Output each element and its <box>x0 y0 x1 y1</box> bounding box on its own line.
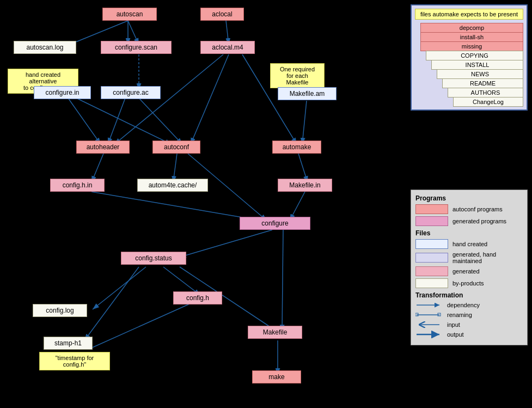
legend-input-arrow <box>415 321 443 328</box>
node-config-h: config.h <box>173 291 222 305</box>
node-autoscan: autoscan <box>102 8 157 21</box>
legend-main-panel: Programs autoconf programs generated pro… <box>411 190 528 345</box>
node-autom4te-cache: autom4te.cache/ <box>137 179 208 192</box>
note-timestamp: "timestamp forconfig.h" <box>39 352 110 370</box>
legend-renaming: renaming <box>415 311 523 319</box>
svg-line-7 <box>76 98 172 144</box>
node-stamp-h1: stamp-h1 <box>44 337 93 350</box>
legend-hand-created: hand created <box>415 239 523 249</box>
svg-line-11 <box>191 54 229 144</box>
svg-line-13 <box>302 101 307 144</box>
legend-input: input <box>415 321 523 328</box>
svg-line-23 <box>84 267 139 340</box>
svg-line-10 <box>114 54 223 144</box>
legend-gen-hand-maint-box <box>415 253 448 263</box>
diagram-container: autoscan aclocal autoscan.log configure.… <box>0 0 532 408</box>
stacked-file-news: NEWS <box>437 69 523 79</box>
note-one-required: One requiredfor eachMakefile <box>270 63 325 88</box>
legend-autoconf-box <box>415 204 448 214</box>
legend-output-arrow <box>415 331 443 338</box>
node-config-status: config.status <box>121 252 186 265</box>
svg-line-27 <box>282 230 283 331</box>
legend-generated-box <box>415 266 448 276</box>
legend-files-expected-title: files automake expects to be present <box>415 9 523 20</box>
node-aclocal: aclocal <box>200 8 244 21</box>
legend-generated-programs: generated programs <box>415 216 523 226</box>
svg-line-19 <box>91 192 261 221</box>
svg-line-25 <box>90 304 189 349</box>
node-makefile-in: Makefile.in <box>278 179 332 192</box>
node-configure-scan: configure.scan <box>101 41 172 54</box>
legend-dependency-arrow <box>415 301 443 309</box>
node-config-log: config.log <box>33 304 87 317</box>
node-makefile: Makefile <box>248 326 302 339</box>
legend-byproducts: by-products <box>415 278 523 288</box>
stacked-file-install-sh: install-sh <box>420 32 523 42</box>
stacked-file-install: INSTALL <box>431 60 523 70</box>
stacked-file-missing: missing <box>420 41 523 51</box>
stacked-file-readme: README <box>442 78 523 88</box>
legend-files-title: Files <box>415 229 523 237</box>
legend-hand-created-box <box>415 239 448 249</box>
svg-line-22 <box>93 267 146 309</box>
svg-line-6 <box>68 98 101 144</box>
legend-generated: generated <box>415 266 523 276</box>
legend-generated-prog-box <box>415 216 448 226</box>
node-autoconf: autoconf <box>152 141 200 154</box>
svg-line-20 <box>180 230 272 257</box>
legend-programs-title: Programs <box>415 194 523 202</box>
node-make: make <box>252 370 301 383</box>
node-autoheader: autoheader <box>76 141 130 154</box>
svg-line-8 <box>108 98 125 144</box>
node-configure-ac: configure.ac <box>101 86 161 99</box>
legend-transformation-title: Transformation <box>415 291 523 299</box>
node-autoscan-log: autoscan.log <box>14 41 76 54</box>
stacked-files-container: depcomp install-sh missing COPYING INSTA… <box>420 23 523 107</box>
stacked-file-depcomp: depcomp <box>420 23 523 33</box>
node-aclocal-m4: aclocal.m4 <box>200 41 255 54</box>
stacked-file-changelog: ChangeLog <box>453 97 523 107</box>
node-makefile-am: Makefile.am <box>278 87 337 100</box>
legend-gen-hand-maint: generated, hand maintained <box>415 251 523 264</box>
stacked-file-authors: AUTHORS <box>448 88 523 98</box>
svg-line-9 <box>139 98 182 144</box>
node-configure-in: configure.in <box>34 86 91 99</box>
legend-renaming-arrow <box>415 311 443 319</box>
legend-dependency: dependency <box>415 301 523 309</box>
legend-byproducts-box <box>415 278 448 288</box>
legend-output: output <box>415 331 523 338</box>
legend-autoconf-programs: autoconf programs <box>415 204 523 214</box>
node-configure: configure <box>240 217 310 230</box>
stacked-file-copying: COPYING <box>426 51 523 60</box>
legend-files-expected-panel: files automake expects to be present dep… <box>411 4 528 111</box>
node-config-h-in: config.h.in <box>50 179 105 192</box>
node-automake: automake <box>272 141 321 154</box>
